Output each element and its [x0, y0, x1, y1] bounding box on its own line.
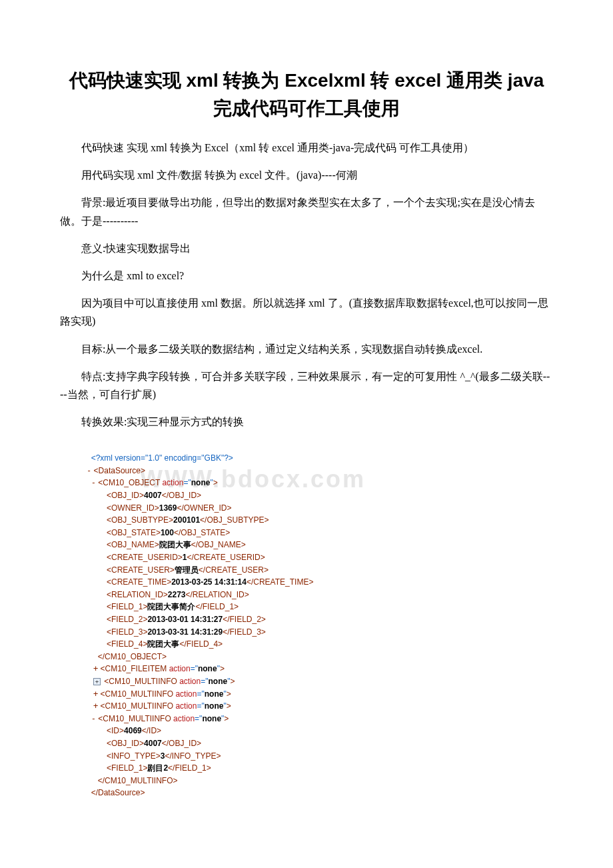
page-title: 代码快速实现 xml 转换为 Excelxml 转 excel 通用类 java…	[60, 67, 553, 123]
expand-icon[interactable]: +	[93, 678, 101, 685]
xml-field-line: <OWNER_ID>1369</OWNER_ID>	[87, 502, 553, 515]
para-background: 背景:最近项目要做导出功能，但导出的数据对象类型实在太多了，一个个去实现;实在是…	[60, 193, 553, 229]
xml-field-line: <CREATE_USERID>1</CREATE_USERID>	[87, 551, 553, 564]
xml-root-close: </DataSource>	[91, 788, 145, 797]
xml-collapsed-node: + <CM10_FILEITEM action="none">	[87, 663, 553, 675]
expand-icon[interactable]: +	[93, 664, 98, 673]
xml-field-line: <FIELD_4>院团大事</FIELD_4>	[87, 638, 553, 651]
xml-field-line: <INFO_TYPE>3</INFO_TYPE>	[87, 750, 553, 763]
xml-code-block: <?xml version="1.0" encoding="GBK"?> - <…	[60, 440, 553, 799]
xml-declaration: <?xml version="1.0" encoding="GBK"?>	[91, 453, 233, 463]
xml-field-line: <OBJ_NAME>院团大事</OBJ_NAME>	[87, 539, 553, 551]
para-because: 因为项目中可以直接使用 xml 数据。所以就选择 xml 了。(直接数据库取数据…	[60, 294, 553, 330]
para-why: 为什么是 xml to excel?	[60, 267, 553, 285]
expand-icon[interactable]: +	[93, 701, 98, 711]
xml-field-line: <FIELD_2>2013-03-01 14:31:27</FIELD_2>	[87, 613, 553, 626]
xml-field-line: <FIELD_1>院团大事简介</FIELD_1>	[87, 601, 553, 613]
xml-field-line: <OBJ_ID>4007</OBJ_ID>	[87, 489, 553, 502]
xml-collapsed-node: + <CM10_MULTIINFO action="none">	[87, 700, 553, 713]
para-author: 用代码实现 xml 文件/数据 转换为 excel 文件。(java)----何…	[60, 166, 553, 184]
para-goal: 目标:从一个最多二级关联的数据结构，通过定义结构关系，实现数据自动转换成exce…	[60, 340, 553, 358]
xml-field-line: <FIELD_1>剧目2</FIELD_1>	[87, 762, 553, 775]
para-intro: 代码快速 实现 xml 转换为 Excel（xml 转 excel 通用类-ja…	[60, 139, 553, 157]
xml-field-line: <OBJ_STATE>100</OBJ_STATE>	[87, 527, 553, 539]
expand-icon[interactable]: +	[93, 689, 98, 699]
xml-multi-close: </CM10_MULTIINFO>	[98, 776, 178, 785]
para-effect: 转换效果:实现三种显示方式的转换	[60, 413, 553, 431]
xml-collapsed-node: + <CM10_MULTIINFO action="none">	[87, 688, 553, 701]
xml-field-line: <CREATE_TIME>2013-03-25 14:31:14</CREATE…	[87, 576, 553, 589]
para-feature: 特点:支持字典字段转换，可合并多关联字段，三种效果展示，有一定的可复用性 ^_^…	[60, 367, 553, 403]
xml-collapsed-node: + <CM10_MULTIINFO action="none">	[87, 675, 553, 688]
xml-field-line: <FIELD_3>2013-03-31 14:31:29</FIELD_3>	[87, 626, 553, 639]
xml-field-line: <RELATION_ID>2273</RELATION_ID>	[87, 589, 553, 601]
xml-obj-close: </CM10_OBJECT>	[98, 652, 167, 661]
xml-field-line: <OBJ_SUBTYPE>200101</OBJ_SUBTYPE>	[87, 514, 553, 527]
xml-field-line: <CREATE_USER>管理员</CREATE_USER>	[87, 564, 553, 577]
xml-field-line: <ID>4069</ID>	[87, 725, 553, 737]
xml-root-open: <DataSource>	[94, 466, 145, 475]
para-meaning: 意义:快速实现数据导出	[60, 239, 553, 257]
xml-field-line: <OBJ_ID>4007</OBJ_ID>	[87, 737, 553, 750]
